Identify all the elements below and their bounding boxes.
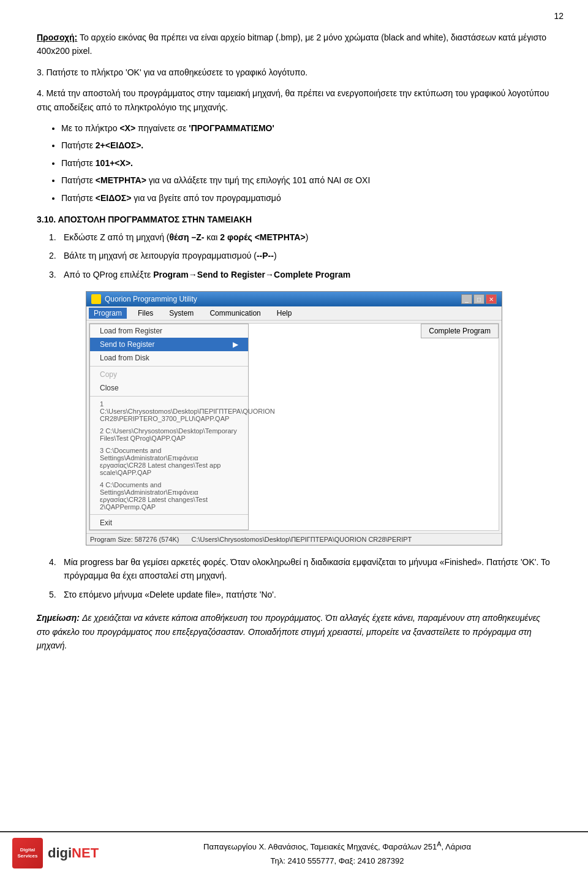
window-body: Load from Register Send to Register ▶ Lo…	[89, 323, 499, 531]
logo-text-highlight: NET	[72, 845, 99, 861]
bullet-5-text-before: Πατήστε	[61, 193, 96, 203]
menu-load-register[interactable]: Load from Register	[90, 324, 248, 338]
menu-divider-1	[90, 366, 248, 367]
step-after-5: 5. Στο επόμενο μήνυμα «Delete update fil…	[49, 588, 551, 601]
step-310-3: 3. Από το QProg επιλέξτε Program→Send to…	[49, 268, 551, 281]
bullet-4-text-after: για να αλλάξετε την τιμή της επιλογής 10…	[146, 175, 370, 185]
complete-program-button[interactable]: Complete Program	[421, 324, 499, 338]
bullet-3-text-before: Πατήστε	[61, 158, 96, 168]
logo-icon: Digital Services	[12, 838, 43, 868]
step-310-2-num: 2.	[49, 249, 64, 262]
bullet-4-bold: <ΜΕΤΡΗΤΑ>	[96, 175, 146, 185]
menu-communication[interactable]: Communication	[205, 308, 265, 319]
maximize-button[interactable]: □	[473, 294, 484, 304]
footer-contact-line1: Παπαγεωργίου Χ. Αθανάσιος, Ταμειακές Μηχ…	[99, 838, 576, 854]
bullet-4-text-before: Πατήστε	[61, 175, 96, 185]
screenshot-window: Quorion Programming Utility _ □ ✕ Progra…	[86, 291, 502, 545]
bullet-3-bold: 101+<Χ>.	[96, 158, 133, 168]
footer-contact-line2: Τηλ: 2410 555777, Φαξ: 2410 287392	[99, 854, 576, 868]
menu-recent-3[interactable]: 3 C:\Documents and Settings\Administrato…	[90, 444, 248, 479]
menu-close[interactable]: Close	[90, 381, 248, 395]
menu-divider-2	[90, 396, 248, 397]
menu-recent-4[interactable]: 4 C:\Documents and Settings\Administrato…	[90, 479, 248, 513]
bullet-1-bold: <Χ>	[119, 123, 135, 133]
step-after-4-text: Μία progress bar θα γεμίσει αρκετές φορέ…	[64, 555, 551, 583]
close-button[interactable]: ✕	[486, 294, 497, 304]
bullet-5-text-after: για να βγείτε από τον προγραμματισμό	[131, 193, 281, 203]
footer-superscript: Α	[437, 840, 441, 848]
window-menubar: Program Files System Communication Help	[86, 306, 502, 321]
step-4: 4. Μετά την αποστολή του προγράμματος στ…	[37, 86, 551, 114]
step-310-1-num: 1.	[49, 230, 64, 244]
step-after-5-text: Στο επόμενο μήνυμα «Delete update file»,…	[64, 588, 276, 601]
menu-popup: Load from Register Send to Register ▶ Lo…	[89, 324, 249, 530]
bullet-item-2: Πατήστε 2+<ΕΙΔΟΣ>.	[61, 139, 551, 152]
menu-program[interactable]: Program	[89, 308, 127, 319]
bullet-5-bold: <ΕΙΔΟΣ>	[96, 193, 132, 203]
bullet-item-1: Με το πλήκτρο <Χ> πηγαίνετε σε 'ΠΡΟΓΡΑΜΜ…	[61, 121, 551, 135]
menu-exit[interactable]: Exit	[90, 516, 248, 530]
step-3-text-content: Πατήστε το πλήκτρο 'ΟΚ' για να αποθηκεύσ…	[47, 67, 308, 77]
window-icon	[91, 294, 101, 304]
steps-310-list: 1. Εκδώστε Ζ από τη μηχανή (θέση –Ζ- και…	[49, 230, 551, 281]
note-section: Σημείωση: Δε χρειάζεται να κάνετε κάποια…	[37, 611, 551, 652]
menu-help[interactable]: Help	[272, 308, 297, 319]
bullet-1-text-after: πηγαίνετε σε	[135, 123, 189, 133]
step-3-num: 3.	[37, 67, 44, 77]
logo-text: digiNET	[48, 845, 99, 861]
step-4-num: 4.	[37, 88, 44, 98]
step-after-5-num: 5.	[49, 588, 64, 601]
menu-recent-2[interactable]: 2 C:\Users\Chrysostomos\Desktop\Temporar…	[90, 425, 248, 444]
window-title: Quorion Programming Utility	[105, 295, 197, 303]
warning-label: Προσοχή:	[37, 32, 77, 42]
step-4-text-content: Μετά την αποστολή του προγράμματος στην …	[37, 88, 549, 112]
section-310-heading: 3.10. ΑΠΟΣΤΟΛΗ ΠΡΟΓΡΑΜΜΑΤΟΣ ΣΤΗΝ ΤΑΜΕΙΑΚ…	[37, 215, 551, 224]
bullet-list: Με το πλήκτρο <Χ> πηγαίνετε σε 'ΠΡΟΓΡΑΜΜ…	[61, 121, 551, 205]
menu-system[interactable]: System	[164, 308, 198, 319]
note-text-content: Δε χρειάζεται να κάνετε κάποια αποθήκευσ…	[37, 613, 540, 650]
bullet-item-4: Πατήστε <ΜΕΤΡΗΤΑ> για να αλλάξετε την τι…	[61, 173, 551, 187]
warning-text-content: Το αρχείο εικόνας θα πρέπει να είναι αρχ…	[37, 32, 546, 56]
step-310-1-text: Εκδώστε Ζ από τη μηχανή (θέση –Ζ- και 2 …	[64, 230, 308, 244]
menu-load-disk[interactable]: Load from Disk	[90, 351, 248, 365]
menu-divider-3	[90, 514, 248, 515]
step-after-4-num: 4.	[49, 555, 64, 583]
steps-after-list: 4. Μία progress bar θα γεμίσει αρκετές φ…	[49, 555, 551, 601]
bullet-1-bold2: 'ΠΡΟΓΡΑΜΜΑΤΙΣΜΟ'	[189, 123, 274, 133]
menu-files[interactable]: Files	[133, 308, 158, 319]
submenu-area: Complete Program	[249, 324, 499, 530]
logo-icon-line1: Digital	[18, 847, 38, 853]
status-program-size: Program Size: 587276 (574K)	[90, 536, 179, 543]
step-3: 3. Πατήστε το πλήκτρο 'ΟΚ' για να αποθηκ…	[37, 66, 551, 79]
window-controls: _ □ ✕	[461, 294, 497, 304]
step-after-4: 4. Μία progress bar θα γεμίσει αρκετές φ…	[49, 555, 551, 583]
step-310-1: 1. Εκδώστε Ζ από τη μηχανή (θέση –Ζ- και…	[49, 230, 551, 244]
logo-icon-line2: Services	[18, 853, 38, 859]
minimize-button[interactable]: _	[461, 294, 472, 304]
footer-contact: Παπαγεωργίου Χ. Αθανάσιος, Ταμειακές Μηχ…	[99, 838, 576, 868]
bullet-item-5: Πατήστε <ΕΙΔΟΣ> για να βγείτε από τον πρ…	[61, 191, 551, 205]
page-number: 12	[554, 11, 564, 21]
menu-send-register[interactable]: Send to Register ▶	[90, 338, 248, 351]
menu-section: Load from Register Send to Register ▶ Lo…	[89, 324, 499, 530]
menu-copy: Copy	[90, 368, 248, 381]
step-310-3-num: 3.	[49, 268, 64, 281]
menu-recent-1[interactable]: 1 C:\Users\Chrysostomos\Desktop\ΠΕΡΙΓΠΤΕ…	[90, 398, 248, 425]
note-label: Σημείωση:	[37, 613, 80, 623]
bullet-item-3: Πατήστε 101+<Χ>.	[61, 156, 551, 170]
footer: Digital Services digiNET Παπαγεωργίου Χ.…	[0, 831, 588, 874]
window-titlebar: Quorion Programming Utility _ □ ✕	[86, 292, 502, 306]
bullet-2-text-before: Πατήστε	[61, 140, 96, 150]
bullet-2-bold: 2+<ΕΙΔΟΣ>.	[96, 140, 143, 150]
step-310-2-text: Βάλτε τη μηχανή σε λειτουργία προγραμματ…	[64, 249, 277, 262]
warning-paragraph: Προσοχή: Το αρχείο εικόνας θα πρέπει να …	[37, 31, 551, 58]
bullet-1-text-before: Με το πλήκτρο	[61, 123, 119, 133]
note-paragraph: Σημείωση: Δε χρειάζεται να κάνετε κάποια…	[37, 611, 551, 652]
step-310-3-text: Από το QProg επιλέξτε Program→Send to Re…	[64, 268, 350, 281]
footer-logo: Digital Services digiNET	[12, 838, 99, 868]
step-310-2: 2. Βάλτε τη μηχανή σε λειτουργία προγραμ…	[49, 249, 551, 262]
status-path: C:\Users\Chrysostomos\Desktop\ΠΕΡΙΓΠΤΕΡΑ…	[192, 536, 412, 543]
window-statusbar: Program Size: 587276 (574K) C:\Users\Chr…	[86, 533, 502, 545]
